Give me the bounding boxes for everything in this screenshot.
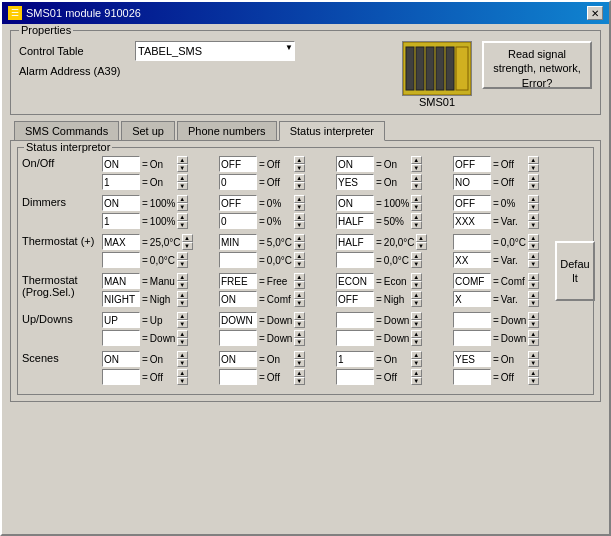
spinner-down-button[interactable]: ▼ xyxy=(528,242,539,250)
spinner-down-button[interactable]: ▼ xyxy=(411,203,422,211)
spinner-up-button[interactable]: ▲ xyxy=(177,213,188,221)
spinner-down-button[interactable]: ▼ xyxy=(528,182,539,190)
spinner-down-button[interactable]: ▼ xyxy=(182,242,193,250)
spinner-down-button[interactable]: ▼ xyxy=(411,281,422,289)
spinner-down-button[interactable]: ▼ xyxy=(528,320,539,328)
cell-input[interactable] xyxy=(336,156,374,172)
spinner-up-button[interactable]: ▲ xyxy=(411,312,422,320)
tab-status-interpreter[interactable]: Status interpreter xyxy=(279,121,385,141)
spinner-down-button[interactable]: ▼ xyxy=(528,281,539,289)
spinner-up-button[interactable]: ▲ xyxy=(528,234,539,242)
cell-input[interactable] xyxy=(453,195,491,211)
spinner-up-button[interactable]: ▲ xyxy=(528,156,539,164)
spinner-up-button[interactable]: ▲ xyxy=(528,252,539,260)
spinner-down-button[interactable]: ▼ xyxy=(177,164,188,172)
spinner-up-button[interactable]: ▲ xyxy=(528,195,539,203)
tab-set-up[interactable]: Set up xyxy=(121,121,175,141)
spinner-down-button[interactable]: ▼ xyxy=(411,182,422,190)
spinner-down-button[interactable]: ▼ xyxy=(294,299,305,307)
spinner-down-button[interactable]: ▼ xyxy=(411,299,422,307)
cell-input[interactable] xyxy=(336,213,374,229)
cell-input[interactable] xyxy=(336,351,374,367)
spinner-down-button[interactable]: ▼ xyxy=(177,182,188,190)
spinner-down-button[interactable]: ▼ xyxy=(294,182,305,190)
spinner-up-button[interactable]: ▲ xyxy=(411,213,422,221)
tab-sms-commands[interactable]: SMS Commands xyxy=(14,121,119,141)
spinner-down-button[interactable]: ▼ xyxy=(528,221,539,229)
cell-input[interactable] xyxy=(219,174,257,190)
spinner-up-button[interactable]: ▲ xyxy=(177,156,188,164)
spinner-down-button[interactable]: ▼ xyxy=(294,164,305,172)
cell-input[interactable] xyxy=(219,195,257,211)
spinner-down-button[interactable]: ▼ xyxy=(411,377,422,385)
cell-input[interactable] xyxy=(453,369,491,385)
cell-input[interactable] xyxy=(336,195,374,211)
cell-input[interactable] xyxy=(102,213,140,229)
cell-input[interactable] xyxy=(102,330,140,346)
cell-input[interactable] xyxy=(219,156,257,172)
spinner-up-button[interactable]: ▲ xyxy=(416,234,427,242)
cell-input[interactable] xyxy=(102,312,140,328)
spinner-down-button[interactable]: ▼ xyxy=(177,338,188,346)
cell-input[interactable] xyxy=(102,369,140,385)
spinner-up-button[interactable]: ▲ xyxy=(294,312,305,320)
spinner-up-button[interactable]: ▲ xyxy=(294,156,305,164)
spinner-down-button[interactable]: ▼ xyxy=(177,320,188,328)
cell-input[interactable] xyxy=(102,156,140,172)
spinner-down-button[interactable]: ▼ xyxy=(177,260,188,268)
cell-input[interactable] xyxy=(336,234,374,250)
spinner-up-button[interactable]: ▲ xyxy=(411,174,422,182)
cell-input[interactable] xyxy=(453,312,491,328)
cell-input[interactable] xyxy=(453,213,491,229)
spinner-up-button[interactable]: ▲ xyxy=(528,351,539,359)
spinner-down-button[interactable]: ▼ xyxy=(411,221,422,229)
cell-input[interactable] xyxy=(219,252,257,268)
cell-input[interactable] xyxy=(219,291,257,307)
spinner-down-button[interactable]: ▼ xyxy=(528,260,539,268)
spinner-down-button[interactable]: ▼ xyxy=(416,242,427,250)
cell-input[interactable] xyxy=(453,330,491,346)
spinner-up-button[interactable]: ▲ xyxy=(294,213,305,221)
cell-input[interactable] xyxy=(453,234,491,250)
spinner-up-button[interactable]: ▲ xyxy=(294,291,305,299)
cell-input[interactable] xyxy=(102,174,140,190)
spinner-up-button[interactable]: ▲ xyxy=(177,195,188,203)
spinner-up-button[interactable]: ▲ xyxy=(294,369,305,377)
spinner-down-button[interactable]: ▼ xyxy=(528,338,539,346)
cell-input[interactable] xyxy=(219,273,257,289)
spinner-down-button[interactable]: ▼ xyxy=(294,242,305,250)
spinner-down-button[interactable]: ▼ xyxy=(411,260,422,268)
spinner-up-button[interactable]: ▲ xyxy=(411,291,422,299)
spinner-up-button[interactable]: ▲ xyxy=(411,252,422,260)
spinner-up-button[interactable]: ▲ xyxy=(294,174,305,182)
spinner-down-button[interactable]: ▼ xyxy=(177,281,188,289)
cell-input[interactable] xyxy=(336,291,374,307)
spinner-down-button[interactable]: ▼ xyxy=(177,203,188,211)
spinner-down-button[interactable]: ▼ xyxy=(411,320,422,328)
spinner-up-button[interactable]: ▲ xyxy=(528,291,539,299)
cell-input[interactable] xyxy=(102,252,140,268)
spinner-down-button[interactable]: ▼ xyxy=(294,221,305,229)
spinner-down-button[interactable]: ▼ xyxy=(528,203,539,211)
spinner-down-button[interactable]: ▼ xyxy=(528,164,539,172)
cell-input[interactable] xyxy=(102,273,140,289)
cell-input[interactable] xyxy=(336,330,374,346)
spinner-down-button[interactable]: ▼ xyxy=(528,299,539,307)
spinner-down-button[interactable]: ▼ xyxy=(294,359,305,367)
cell-input[interactable] xyxy=(336,369,374,385)
spinner-up-button[interactable]: ▲ xyxy=(177,369,188,377)
spinner-up-button[interactable]: ▲ xyxy=(177,351,188,359)
spinner-down-button[interactable]: ▼ xyxy=(528,359,539,367)
cell-input[interactable] xyxy=(336,273,374,289)
read-signal-button[interactable]: Read signal strength, network, Error? xyxy=(482,41,592,89)
spinner-down-button[interactable]: ▼ xyxy=(177,377,188,385)
spinner-down-button[interactable]: ▼ xyxy=(411,164,422,172)
spinner-up-button[interactable]: ▲ xyxy=(177,252,188,260)
spinner-up-button[interactable]: ▲ xyxy=(411,156,422,164)
spinner-up-button[interactable]: ▲ xyxy=(177,174,188,182)
close-button[interactable]: ✕ xyxy=(587,6,603,20)
spinner-up-button[interactable]: ▲ xyxy=(528,174,539,182)
tab-phone-numbers[interactable]: Phone numbers xyxy=(177,121,277,141)
spinner-up-button[interactable]: ▲ xyxy=(294,351,305,359)
spinner-up-button[interactable]: ▲ xyxy=(528,312,539,320)
